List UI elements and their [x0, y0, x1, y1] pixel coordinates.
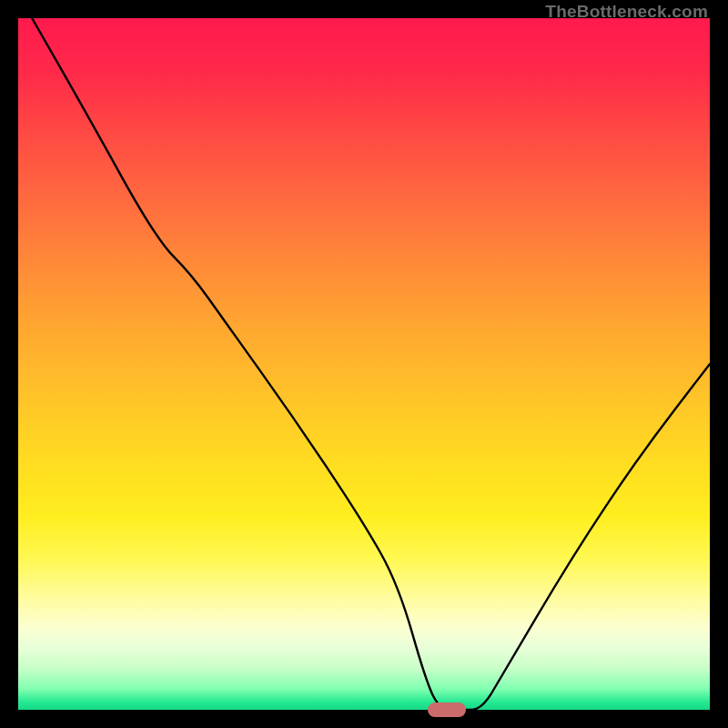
optimal-point-marker — [428, 703, 466, 718]
bottleneck-curve — [0, 0, 728, 728]
chart-container: TheBottleneck.com — [0, 0, 728, 728]
